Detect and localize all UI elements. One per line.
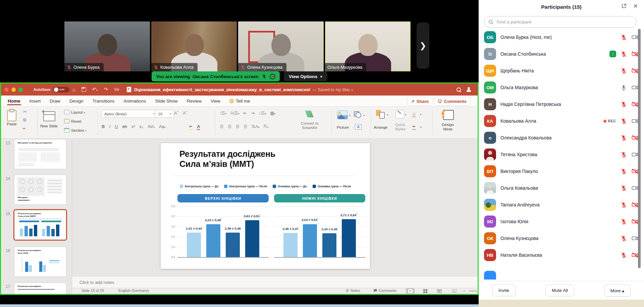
slide-thumbnail-17[interactable]: Результати досліджень bbox=[14, 283, 66, 294]
close-panel-icon[interactable]: ✕ bbox=[633, 3, 638, 10]
slide-sorter-view-button[interactable] bbox=[421, 288, 430, 294]
format-glyph[interactable]: AV▾ bbox=[148, 124, 154, 129]
copy-icon[interactable]: ⧉ bbox=[23, 117, 26, 123]
notes-toggle[interactable]: Notes bbox=[345, 289, 360, 293]
participant-row[interactable]: оОлександра Ковальова bbox=[479, 129, 639, 146]
video-tile[interactable]: Олена Кузнєцова bbox=[238, 21, 324, 71]
reset-button[interactable]: Reset bbox=[64, 119, 81, 124]
smartart-icon[interactable] bbox=[305, 111, 314, 117]
slide[interactable]: Результати дослідженьСила м’язів (ММТ) К… bbox=[161, 143, 370, 269]
tab-home[interactable]: Home bbox=[8, 97, 20, 106]
participant-row[interactable]: ІЮІзотова Юлія bbox=[479, 213, 639, 230]
video-tile[interactable]: Олена Бурка bbox=[64, 21, 150, 71]
participant-row[interactable]: ВПВиктория Пакуло bbox=[479, 163, 639, 180]
format-painter-icon[interactable]: ✒ bbox=[22, 126, 26, 131]
redo-icon[interactable]: ↷ bbox=[104, 86, 108, 93]
paragraph-align-toolbar[interactable]: ☰☰ ☰☰ ⇅A▾ ⇱▾ bbox=[220, 124, 268, 129]
comments-toggle-button[interactable]: 🗨 Comments bbox=[434, 97, 470, 106]
language-status[interactable]: English (Germany) bbox=[118, 289, 149, 293]
quick-styles-button[interactable] bbox=[395, 110, 404, 119]
design-ideas-button[interactable] bbox=[443, 110, 454, 120]
normal-view-button[interactable] bbox=[406, 288, 415, 294]
cut-icon[interactable]: ✂ bbox=[23, 109, 27, 114]
video-tile[interactable]: Ковальова Алла bbox=[151, 21, 237, 71]
mac-minimize-button[interactable] bbox=[11, 87, 16, 92]
slideshow-view-button[interactable] bbox=[450, 288, 459, 294]
slide-canvas[interactable]: Результати дослідженьСила м’язів (ММТ) К… bbox=[72, 139, 478, 276]
slide-thumbnail-15[interactable]: Результати досліджень Сила м’язів (ММТ) bbox=[14, 210, 66, 240]
tab-insert[interactable]: Insert bbox=[30, 97, 41, 106]
format-glyph[interactable]: x² bbox=[131, 124, 135, 129]
save-icon[interactable] bbox=[82, 87, 86, 92]
participant-row[interactable]: ОКОлена Кузнєцова bbox=[479, 230, 639, 247]
slide-thumbnail-13[interactable]: Матеріали та методи дослідження bbox=[14, 139, 66, 169]
shapes-button[interactable] bbox=[354, 111, 361, 118]
share-button[interactable]: ↗ Share bbox=[407, 97, 432, 106]
format-glyph[interactable]: x₂ bbox=[140, 124, 144, 129]
tell-me-button[interactable]: Tell me bbox=[229, 99, 250, 104]
format-glyph[interactable]: B bbox=[102, 124, 105, 129]
popout-icon[interactable] bbox=[621, 3, 627, 10]
zoom-out-button[interactable]: − bbox=[463, 289, 466, 294]
account-icon[interactable] bbox=[466, 87, 472, 92]
video-tile[interactable]: Ольга Мазуркова bbox=[325, 21, 411, 71]
section-button[interactable]: Section ▾ bbox=[64, 128, 87, 133]
layout-button[interactable]: Layout ▾ bbox=[64, 110, 85, 115]
font-name-select[interactable]: Aptos (Body)▾ bbox=[102, 110, 157, 118]
participant-row[interactable]: ОМОльга Мазуркова bbox=[479, 79, 639, 96]
tab-slide-show[interactable]: Slide Show bbox=[155, 97, 178, 106]
participant-row[interactable]: Tamara Andreyeva bbox=[479, 196, 639, 213]
font-size-select[interactable]: 19▾ bbox=[155, 110, 174, 118]
shape-outline-pen[interactable]: ✒▾ bbox=[412, 124, 422, 130]
mute-all-button[interactable]: Mute All bbox=[545, 285, 574, 296]
format-glyph[interactable]: ab bbox=[122, 124, 127, 129]
more-button[interactable]: More ▴ bbox=[604, 285, 631, 297]
participant-row[interactable]: КАКовальова АллаREC bbox=[479, 113, 639, 129]
tab-transitions[interactable]: Transitions bbox=[93, 97, 115, 106]
slide-thumbnail-16[interactable]: Результати досліджень Біль (VAS) bbox=[14, 247, 66, 277]
participant-search[interactable] bbox=[484, 16, 637, 28]
format-glyph[interactable]: Aa▾ bbox=[159, 124, 166, 129]
text-box-icon[interactable]: A bbox=[355, 124, 362, 130]
participants-scrollbar[interactable] bbox=[638, 29, 641, 268]
tab-animations[interactable]: Animations bbox=[123, 97, 146, 106]
undo-icon[interactable]: ↶▾ bbox=[92, 86, 98, 93]
search-icon[interactable] bbox=[457, 87, 461, 92]
mac-zoom-button[interactable] bbox=[18, 87, 23, 92]
quick-access-menu-icon[interactable]: ☰▾ bbox=[114, 87, 119, 92]
participant-row[interactable]: Тетяна Христова bbox=[479, 146, 639, 163]
convert-smartart-label[interactable]: Convert to SmartArt bbox=[296, 121, 323, 130]
format-glyph[interactable]: U bbox=[115, 124, 118, 129]
format-glyph[interactable]: I bbox=[109, 124, 110, 129]
tab-view[interactable]: View bbox=[211, 97, 220, 106]
next-videos-chevron-icon[interactable]: ❯ bbox=[417, 22, 429, 69]
shape-fill-outline[interactable]: ◇▾ bbox=[412, 111, 421, 117]
mac-close-button[interactable] bbox=[4, 87, 9, 92]
highlight-and-fontcolor[interactable]: ✒A bbox=[189, 124, 200, 130]
invite-button[interactable]: Invite bbox=[492, 285, 516, 296]
picture-button[interactable] bbox=[337, 111, 348, 119]
new-slide-button[interactable] bbox=[43, 111, 55, 121]
search-input[interactable] bbox=[496, 19, 632, 25]
font-grow-shrink[interactable]: AˆAˇ bbox=[174, 111, 187, 116]
text-format-toolbar: BIUabx²x₂AV▾Aa▾ bbox=[102, 124, 166, 129]
tab-draw[interactable]: Draw bbox=[50, 97, 60, 106]
paste-button[interactable] bbox=[7, 110, 16, 121]
paragraph-list-toolbar[interactable]: ⁝☰▾ ⅔☰▾ ⇤ ⇥ ↕☰▾ ▦▾ bbox=[220, 111, 276, 116]
participant-row[interactable]: Ольга Ковальова bbox=[479, 180, 639, 196]
view-options-button[interactable]: View Options▾ bbox=[284, 71, 327, 81]
participant-row[interactable]: ННадія Сергіївна Петровська bbox=[479, 96, 639, 113]
home-icon[interactable]: ⌂ bbox=[72, 87, 75, 93]
participant-row[interactable]: ЩНЩербань Нікіта bbox=[479, 62, 639, 79]
slide-thumbnail-14[interactable]: Методики оцінювання bbox=[14, 175, 66, 204]
tab-design[interactable]: Design bbox=[69, 97, 84, 106]
participant-row[interactable]: НВНаталія Васильєва bbox=[479, 247, 639, 263]
notes-area[interactable]: Click to add notes bbox=[72, 276, 478, 288]
participant-row[interactable]: ООксана Столбинська↑ bbox=[479, 46, 639, 62]
arrange-button[interactable] bbox=[376, 110, 385, 119]
tab-review[interactable]: Review bbox=[187, 97, 202, 106]
comments-status-toggle[interactable]: Comments bbox=[373, 289, 396, 293]
reading-view-button[interactable] bbox=[435, 288, 444, 294]
autosave-toggle[interactable]: OFF bbox=[53, 87, 69, 93]
participant-row[interactable]: ОБОлена Бурка (Host, me) bbox=[479, 29, 639, 46]
